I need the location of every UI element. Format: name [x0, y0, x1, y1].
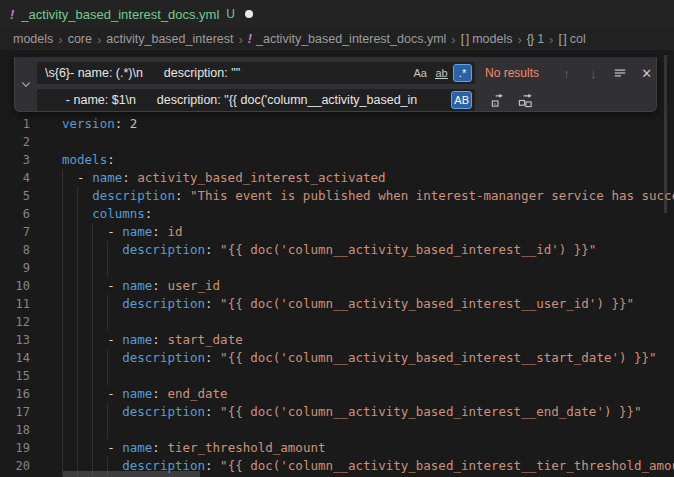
- line-content: - name: end_date: [30, 385, 228, 403]
- code-area[interactable]: 1version: 223models:4 - name: activity_b…: [0, 115, 674, 475]
- find-in-selection-button[interactable]: [611, 63, 630, 83]
- svg-text:c: c: [494, 101, 496, 106]
- previous-match-button[interactable]: ↑: [557, 63, 576, 83]
- line-number[interactable]: 10: [0, 277, 30, 295]
- breadcrumb-item--activity-based-interest-docs-yml[interactable]: !_activity_based_interest_docs.yml: [248, 32, 447, 46]
- line-number[interactable]: 9: [0, 259, 30, 277]
- indent-guide: [107, 259, 122, 277]
- toggle-replace-button[interactable]: [15, 57, 36, 111]
- code-line-16[interactable]: 16 - name: end_date: [0, 385, 674, 403]
- breadcrumb-label: _activity_based_interest_docs.yml: [256, 32, 446, 46]
- find-input-value: \s{6}- name: (.*)\n description: "": [45, 62, 451, 84]
- indent-guide: [92, 259, 107, 277]
- code-line-7[interactable]: 7 - name: id: [0, 223, 674, 241]
- code-line-13[interactable]: 13 - name: start_date: [0, 331, 674, 349]
- regex-toggle[interactable]: .*: [453, 64, 472, 82]
- code-line-3[interactable]: 3models:: [0, 151, 674, 169]
- replace-all-button[interactable]: [515, 90, 535, 110]
- match-case-toggle[interactable]: Aa: [411, 64, 430, 82]
- line-number[interactable]: 4: [0, 169, 30, 187]
- indent-guide: [92, 295, 107, 313]
- preserve-case-toggle[interactable]: AB: [451, 91, 472, 109]
- code-line-15[interactable]: 15: [0, 367, 674, 385]
- line-number[interactable]: 2: [0, 133, 30, 151]
- breadcrumb-separator-icon: ›: [451, 32, 455, 47]
- replace-input[interactable]: - name: $1\n description: "{{ doc('colum…: [37, 89, 475, 111]
- line-number[interactable]: 5: [0, 187, 30, 205]
- code-line-9[interactable]: 9: [0, 259, 674, 277]
- line-content: [30, 133, 62, 151]
- code-line-1[interactable]: 1version: 2: [0, 115, 674, 133]
- indent-guide: [92, 439, 107, 457]
- line-number[interactable]: 19: [0, 439, 30, 457]
- indent-guide: [107, 313, 122, 331]
- line-number[interactable]: 17: [0, 403, 30, 421]
- line-number[interactable]: 14: [0, 349, 30, 367]
- breadcrumb-label: core: [68, 32, 92, 46]
- code-line-8[interactable]: 8 description: "{{ doc('column__activity…: [0, 241, 674, 259]
- code-line-12[interactable]: 12: [0, 313, 674, 331]
- code-line-18[interactable]: 18: [0, 421, 674, 439]
- editor-pane[interactable]: \s{6}- name: (.*)\n description: "" Aa a…: [0, 50, 674, 477]
- horizontal-scrollbar[interactable]: [63, 471, 200, 477]
- code-line-5[interactable]: 5 description: "This event is published …: [0, 187, 674, 205]
- line-number[interactable]: 6: [0, 205, 30, 223]
- line-number[interactable]: 3: [0, 151, 30, 169]
- breadcrumb-item-col[interactable]: [ ]col: [558, 32, 585, 46]
- line-number[interactable]: 15: [0, 367, 30, 385]
- line-number[interactable]: 11: [0, 295, 30, 313]
- modified-dot-icon[interactable]: [245, 10, 253, 18]
- code-line-2[interactable]: 2: [0, 133, 674, 151]
- breadcrumb-item-models[interactable]: [ ]models: [461, 32, 513, 46]
- breadcrumb-label: activity_based_interest: [106, 32, 233, 46]
- code-line-4[interactable]: 4 - name: activity_based_interest_activa…: [0, 169, 674, 187]
- line-number[interactable]: 1: [0, 115, 30, 133]
- indent-guide: [92, 421, 107, 439]
- code-line-19[interactable]: 19 - name: tier_threshold_amount: [0, 439, 674, 457]
- line-number[interactable]: 13: [0, 331, 30, 349]
- indent-guide: [62, 313, 77, 331]
- find-input[interactable]: \s{6}- name: (.*)\n description: "" Aa a…: [37, 62, 475, 84]
- tab-title: _activity_based_interest_docs.yml: [21, 7, 219, 22]
- code-line-10[interactable]: 10 - name: user_id: [0, 277, 674, 295]
- indent-guide: [92, 403, 107, 421]
- indent-guide: [77, 277, 92, 295]
- line-number[interactable]: 16: [0, 385, 30, 403]
- indent-guide: [62, 439, 77, 457]
- indent-guide: [62, 241, 77, 259]
- indent-guide: [92, 367, 107, 385]
- indent-guide: [92, 241, 107, 259]
- next-match-button[interactable]: ↓: [584, 63, 603, 83]
- replace-icon: c: [490, 93, 505, 108]
- breadcrumb-item-core[interactable]: core: [68, 32, 92, 46]
- breadcrumb-separator-icon: ›: [517, 32, 521, 47]
- indent-guide: [107, 241, 122, 259]
- tab-active-file[interactable]: ! _activity_based_interest_docs.yml U: [0, 0, 263, 28]
- vertical-scrollbar[interactable]: [664, 55, 667, 213]
- whole-word-toggle[interactable]: ab: [432, 64, 451, 82]
- replace-all-icon: [518, 93, 533, 108]
- indent-guide: [77, 439, 92, 457]
- code-line-17[interactable]: 17 description: "{{ doc('column__activit…: [0, 403, 674, 421]
- indent-guide: [62, 277, 77, 295]
- breadcrumb-item-1[interactable]: {}1: [527, 32, 544, 46]
- breadcrumb-item-models[interactable]: models: [13, 32, 53, 46]
- line-content: description: "This event is published wh…: [30, 187, 674, 205]
- line-content: models:: [30, 151, 115, 169]
- line-number[interactable]: 12: [0, 313, 30, 331]
- line-number[interactable]: 18: [0, 421, 30, 439]
- indent-guide: [62, 421, 77, 439]
- line-content: [30, 313, 122, 331]
- breadcrumb-item-activity-based-interest[interactable]: activity_based_interest: [106, 32, 233, 46]
- indent-guide: [62, 385, 77, 403]
- close-find-widget-button[interactable]: ✕: [637, 63, 656, 83]
- line-number[interactable]: 20: [0, 457, 30, 475]
- code-line-14[interactable]: 14 description: "{{ doc('column__activit…: [0, 349, 674, 367]
- replace-button[interactable]: c: [487, 90, 507, 110]
- line-number[interactable]: 7: [0, 223, 30, 241]
- code-line-11[interactable]: 11 description: "{{ doc('column__activit…: [0, 295, 674, 313]
- code-line-6[interactable]: 6 columns:: [0, 205, 674, 223]
- line-number[interactable]: 8: [0, 241, 30, 259]
- indent-guide: [92, 277, 107, 295]
- indent-guide: [77, 403, 92, 421]
